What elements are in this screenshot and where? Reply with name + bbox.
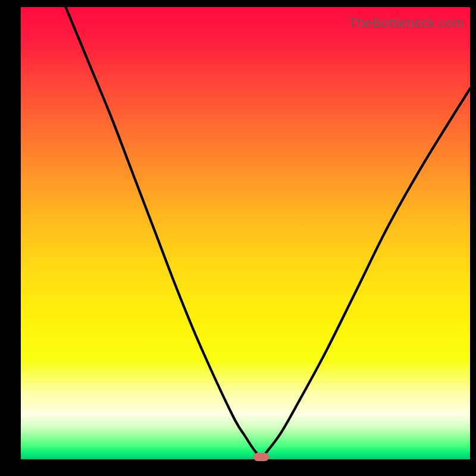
optimal-balance-marker [253,453,269,461]
curve-path [66,7,471,457]
plot-area: TheBottleneck.com [21,7,470,459]
chart-frame: TheBottleneck.com [0,0,476,476]
bottleneck-curve [21,7,470,459]
